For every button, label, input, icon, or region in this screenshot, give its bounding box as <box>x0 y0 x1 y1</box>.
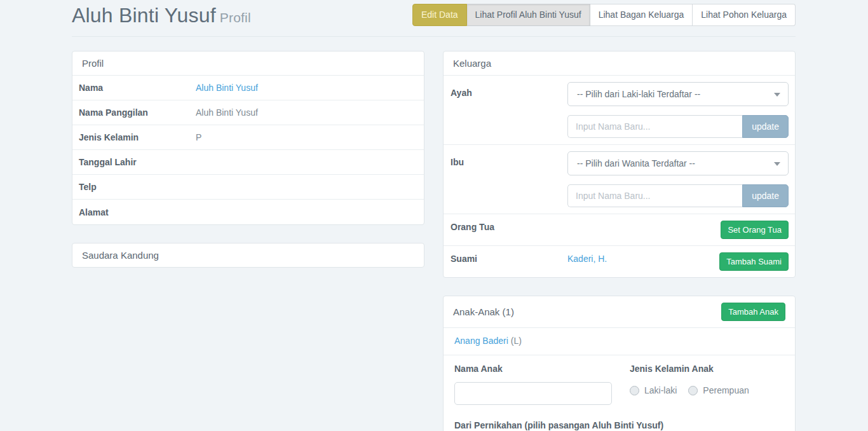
profil-row-label: Alamat <box>79 207 196 217</box>
person-name: Aluh Binti Yusuf <box>72 4 216 27</box>
profil-row-nama-panggilan: Nama Panggilan Aluh Binti Yusuf <box>72 100 424 125</box>
anak-anak-panel: Anak-Anak (1) Tambah Anak Anang Baderi(L… <box>443 296 796 431</box>
anak-anak-heading: Anak-Anak (1) Tambah Anak <box>444 296 795 328</box>
lihat-profil-button[interactable]: Lihat Profil Aluh Binti Yusuf <box>467 4 590 26</box>
profil-row-telp: Telp <box>72 175 424 200</box>
profil-row-nama: Nama Aluh Binti Yusuf <box>72 76 424 100</box>
radio-laki-laki[interactable]: Laki-laki <box>630 385 677 395</box>
page-title: Aluh Binti YusufProfil <box>72 4 251 27</box>
radio-unchecked-icon <box>688 386 698 395</box>
left-column: Profil Nama Aluh Binti Yusuf Nama Panggi… <box>72 51 424 285</box>
ayah-label: Ayah <box>451 82 567 98</box>
chevron-down-icon <box>774 162 780 166</box>
ibu-update-button[interactable]: update <box>742 184 789 207</box>
orang-tua-row: Orang Tua Set Orang Tua <box>444 214 795 246</box>
child-list-item: Anang Baderi(L) <box>444 328 795 355</box>
page: Aluh Binti YusufProfil Edit Data Lihat P… <box>0 0 868 431</box>
ayah-select-value: -- Pilih dari Laki-laki Terdaftar -- <box>577 89 700 99</box>
keluarga-panel-heading: Keluarga <box>444 51 795 76</box>
child-gender-suffix: (L) <box>511 336 522 346</box>
edit-data-button[interactable]: Edit Data <box>412 4 467 26</box>
radio-perempuan[interactable]: Perempuan <box>688 385 749 395</box>
nama-anak-label: Nama Anak <box>454 364 630 374</box>
saudara-kandung-panel: Saudara Kandung <box>72 243 424 268</box>
ayah-row: Ayah -- Pilih dari Laki-laki Terdaftar -… <box>444 76 795 145</box>
profil-panel-heading: Profil <box>72 51 424 76</box>
profil-panel-title: Profil <box>82 58 104 69</box>
profil-row-label: Telp <box>79 182 196 192</box>
profil-row-label: Nama <box>79 83 196 93</box>
ibu-select-value: -- Pilih dari Wanita Terdaftar -- <box>577 158 695 168</box>
keluarga-panel-title: Keluarga <box>453 58 491 69</box>
page-header: Aluh Binti YusufProfil Edit Data Lihat P… <box>72 0 796 37</box>
orang-tua-label: Orang Tua <box>451 221 567 232</box>
jenis-kelamin-anak-label: Jenis Kelamin Anak <box>630 364 785 374</box>
child-name-link[interactable]: Anang Baderi <box>454 336 508 346</box>
profil-row-value: P <box>196 132 201 142</box>
ibu-label: Ibu <box>451 151 567 167</box>
lihat-bagan-keluarga-button[interactable]: Lihat Bagan Keluarga <box>590 4 693 26</box>
dari-pernikahan-label: Dari Pernikahan (pilih pasangan Aluh Bin… <box>454 420 785 430</box>
radio-laki-laki-label: Laki-laki <box>644 385 677 395</box>
keluarga-panel: Keluarga Ayah -- Pilih dari Laki-laki Te… <box>443 51 796 278</box>
view-button-group: Edit Data Lihat Profil Aluh Binti Yusuf … <box>412 4 796 26</box>
profil-panel: Profil Nama Aluh Binti Yusuf Nama Panggi… <box>72 51 424 225</box>
nama-anak-input[interactable] <box>454 382 612 405</box>
saudara-kandung-heading: Saudara Kandung <box>72 243 424 267</box>
profil-row-jenis-kelamin: Jenis Kelamin P <box>72 125 424 150</box>
tambah-suami-button[interactable]: Tambah Suami <box>719 252 789 271</box>
ayah-select[interactable]: -- Pilih dari Laki-laki Terdaftar -- <box>567 82 789 106</box>
page-subtitle: Profil <box>220 10 251 25</box>
radio-unchecked-icon <box>630 386 639 395</box>
profil-nama-link[interactable]: Aluh Binti Yusuf <box>196 83 258 93</box>
set-orang-tua-button[interactable]: Set Orang Tua <box>721 221 789 239</box>
profil-row-alamat: Alamat <box>72 200 424 224</box>
profil-row-label: Jenis Kelamin <box>79 132 196 142</box>
ibu-select[interactable]: -- Pilih dari Wanita Terdaftar -- <box>567 151 789 175</box>
profil-row-tanggal-lahir: Tanggal Lahir <box>72 150 424 175</box>
lihat-pohon-keluarga-button[interactable]: Lihat Pohon Keluarga <box>693 4 796 26</box>
ibu-row: Ibu -- Pilih dari Wanita Terdaftar -- up… <box>444 145 795 214</box>
suami-label: Suami <box>451 252 567 264</box>
ayah-update-button[interactable]: update <box>742 115 789 138</box>
profil-row-label: Nama Panggilan <box>79 107 196 118</box>
suami-link[interactable]: Kaderi, H. <box>567 254 607 264</box>
anak-anak-title: Anak-Anak (1) <box>453 306 514 317</box>
tambah-anak-header-button[interactable]: Tambah Anak <box>721 303 785 321</box>
suami-row: Suami Kaderi, H. Tambah Suami <box>444 246 795 277</box>
profil-row-value: Aluh Binti Yusuf <box>196 107 258 118</box>
right-column: Keluarga Ayah -- Pilih dari Laki-laki Te… <box>443 51 796 431</box>
radio-perempuan-label: Perempuan <box>703 385 749 395</box>
ibu-nama-baru-input[interactable] <box>567 184 742 207</box>
tambah-anak-form: Nama Anak Jenis Kelamin Anak Laki-laki <box>444 355 795 431</box>
chevron-down-icon <box>774 93 780 97</box>
saudara-kandung-title: Saudara Kandung <box>82 250 159 261</box>
profil-row-label: Tanggal Lahir <box>79 157 196 167</box>
ayah-nama-baru-input[interactable] <box>567 115 742 138</box>
